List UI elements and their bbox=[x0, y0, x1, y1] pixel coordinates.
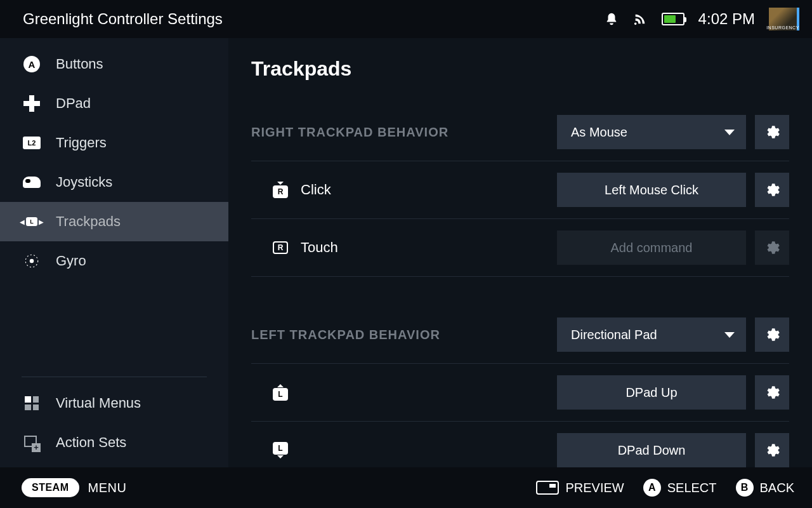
sidebar-item-label: Buttons bbox=[56, 56, 103, 72]
left-down-binding[interactable]: DPad Down bbox=[557, 433, 746, 467]
dropdown-value: As Mouse bbox=[571, 125, 627, 140]
gear-icon bbox=[764, 239, 780, 256]
section-label: RIGHT TRACKPAD BEHAVIOR bbox=[251, 125, 557, 140]
trigger-icon: L2 bbox=[23, 137, 41, 149]
wifi-icon bbox=[632, 12, 648, 26]
left-up-row: L DPad Up bbox=[251, 364, 789, 422]
page-title: Greenlight Controller Settings bbox=[23, 10, 223, 28]
dropdown-value: Directional Pad bbox=[571, 328, 657, 342]
a-glyph-icon: A bbox=[23, 56, 40, 72]
select-action[interactable]: A SELECT bbox=[643, 479, 717, 497]
gear-icon bbox=[764, 182, 780, 198]
content-title: Trackpads bbox=[251, 57, 789, 81]
sidebar-item-action-sets[interactable]: Action Sets bbox=[0, 423, 228, 462]
row-label: Touch bbox=[301, 239, 338, 256]
sidebar-item-joysticks[interactable]: Joysticks bbox=[0, 163, 228, 202]
right-behavior-settings[interactable] bbox=[755, 115, 789, 149]
sidebar-item-virtual-menus[interactable]: Virtual Menus bbox=[0, 384, 228, 423]
avatar-label: INSURGENCY bbox=[766, 25, 799, 30]
left-behavior-settings[interactable] bbox=[755, 318, 789, 352]
action-sets-icon bbox=[24, 436, 39, 450]
sidebar-item-dpad[interactable]: DPad bbox=[0, 84, 228, 123]
sidebar-item-label: Gyro bbox=[56, 253, 86, 269]
back-action[interactable]: B BACK bbox=[736, 479, 794, 497]
sidebar-item-label: DPad bbox=[56, 95, 91, 112]
right-click-settings[interactable] bbox=[755, 173, 789, 207]
sidebar-item-buttons[interactable]: A Buttons bbox=[0, 44, 228, 84]
bell-icon[interactable] bbox=[605, 11, 619, 27]
status-tray: 4:02 PM INSURGENCY bbox=[605, 8, 799, 30]
battery-icon bbox=[662, 13, 684, 25]
left-pad-up-icon: L bbox=[270, 382, 291, 403]
chevron-down-icon bbox=[724, 332, 735, 338]
grid-icon bbox=[25, 396, 39, 410]
right-touch-settings[interactable] bbox=[755, 231, 789, 265]
footer-bar: STEAM MENU PREVIEW A SELECT B BACK bbox=[0, 467, 812, 508]
left-behavior-dropdown[interactable]: Directional Pad bbox=[557, 318, 746, 352]
right-click-binding[interactable]: Left Mouse Click bbox=[557, 173, 746, 207]
dpad-icon bbox=[23, 95, 40, 112]
menu-label: MENU bbox=[88, 481, 127, 495]
trackpad-icon: ◀L▶ bbox=[20, 217, 44, 226]
preview-action[interactable]: PREVIEW bbox=[536, 481, 624, 495]
chevron-down-icon bbox=[724, 130, 735, 135]
left-trackpad-header-row: LEFT TRACKPAD BEHAVIOR Directional Pad bbox=[251, 306, 789, 364]
svg-point-0 bbox=[30, 259, 34, 264]
sidebar-item-trackpads[interactable]: ◀L▶ Trackpads bbox=[0, 202, 228, 241]
b-button-icon: B bbox=[736, 479, 754, 497]
divider bbox=[22, 377, 207, 377]
right-trackpad-header-row: RIGHT TRACKPAD BEHAVIOR As Mouse bbox=[251, 104, 789, 161]
sidebar: A Buttons DPad L2 Triggers Joysticks ◀L▶… bbox=[0, 38, 228, 467]
sidebar-item-label: Joysticks bbox=[56, 174, 112, 190]
preview-icon bbox=[536, 481, 559, 495]
header-bar: Greenlight Controller Settings 4:02 PM I… bbox=[0, 0, 812, 38]
gear-icon bbox=[764, 384, 780, 401]
right-pad-click-icon: R bbox=[270, 180, 291, 200]
sidebar-item-label: Virtual Menus bbox=[56, 395, 141, 411]
sidebar-item-gyro[interactable]: Gyro bbox=[0, 241, 228, 281]
gyro-icon bbox=[22, 252, 42, 270]
right-pad-touch-icon: R bbox=[270, 237, 291, 258]
steam-button[interactable]: STEAM bbox=[22, 478, 79, 497]
left-up-settings[interactable] bbox=[755, 375, 789, 410]
sidebar-item-label: Action Sets bbox=[56, 434, 126, 451]
section-label: LEFT TRACKPAD BEHAVIOR bbox=[251, 328, 557, 342]
sidebar-item-label: Trackpads bbox=[56, 213, 121, 230]
gear-icon bbox=[764, 326, 780, 343]
left-pad-down-icon: L bbox=[270, 440, 291, 460]
main-content: Trackpads RIGHT TRACKPAD BEHAVIOR As Mou… bbox=[228, 38, 812, 467]
clock: 4:02 PM bbox=[698, 10, 755, 28]
left-up-binding[interactable]: DPad Up bbox=[557, 375, 746, 410]
left-down-settings[interactable] bbox=[755, 433, 789, 467]
sidebar-item-label: Triggers bbox=[56, 135, 107, 151]
gear-icon bbox=[764, 124, 780, 140]
right-touch-binding[interactable]: Add command bbox=[557, 231, 746, 265]
gear-icon bbox=[764, 442, 780, 458]
joystick-icon bbox=[23, 177, 41, 188]
a-button-icon: A bbox=[643, 479, 661, 497]
left-down-row: L DPad Down bbox=[251, 422, 789, 467]
sidebar-item-triggers[interactable]: L2 Triggers bbox=[0, 123, 228, 163]
right-click-row: R Click Left Mouse Click bbox=[251, 161, 789, 219]
row-label: Click bbox=[301, 182, 331, 198]
right-behavior-dropdown[interactable]: As Mouse bbox=[557, 115, 746, 149]
right-touch-row: R Touch Add command bbox=[251, 219, 789, 277]
avatar[interactable]: INSURGENCY bbox=[769, 8, 799, 30]
